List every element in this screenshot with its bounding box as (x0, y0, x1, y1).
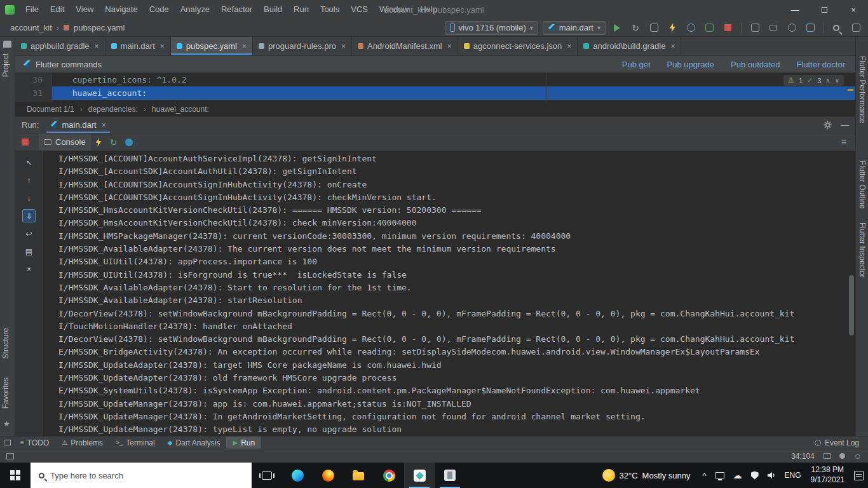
maximize-button[interactable] (810, 0, 839, 19)
search-everywhere-icon[interactable] (831, 21, 844, 35)
app-inspection-icon[interactable] (702, 21, 716, 35)
breadcrumb-item[interactable]: dependencies: (88, 105, 152, 114)
event-log-button[interactable]: Event Log (815, 438, 868, 447)
sidebar-item-flutter-inspector[interactable]: Flutter Inspector (858, 222, 867, 278)
sidebar-item-structure[interactable]: Structure (1, 328, 10, 359)
menu-item[interactable]: Edit (44, 0, 70, 19)
flutter-action-link[interactable]: Pub upgrade (667, 60, 714, 69)
toolwindow-toggle-icon[interactable] (6, 453, 14, 459)
tab-console[interactable]: Console (39, 133, 91, 151)
menu-item[interactable]: Analyze (175, 0, 215, 19)
console-gutter-icon[interactable]: ↑ (23, 174, 35, 186)
close-icon[interactable]: × (242, 42, 247, 51)
menu-item[interactable]: VCS (345, 0, 374, 19)
flutter-action-link[interactable]: Pub outdated (731, 60, 780, 69)
editor-tab[interactable]: main.dart × (105, 37, 171, 55)
breadcrumb-item[interactable]: Document 1/1 (27, 105, 88, 114)
favorites-star-icon[interactable]: ★ (3, 419, 10, 428)
hot-reload-icon[interactable] (91, 138, 106, 147)
security-shield-icon[interactable] (747, 463, 763, 488)
menu-item[interactable]: Tools (315, 0, 345, 19)
tool-window-button[interactable]: ≡ TODO (14, 437, 55, 449)
logcat-icon[interactable] (766, 21, 780, 35)
menu-item[interactable]: Build (258, 0, 288, 19)
start-button[interactable] (0, 463, 31, 488)
sidebar-item-project[interactable]: Project (1, 53, 10, 77)
project-tool-icon[interactable] (3, 41, 11, 48)
console-scrollbar[interactable] (849, 275, 854, 336)
stop-button[interactable] (721, 21, 735, 35)
feedback-smiley-icon[interactable]: ☺ (854, 452, 862, 461)
console-gutter-icon[interactable]: × (23, 263, 35, 275)
gear-icon[interactable] (824, 121, 832, 129)
console-gutter-icon[interactable]: ▤ (23, 245, 35, 257)
editor-tab[interactable]: pubspec.yaml × (171, 37, 253, 55)
menu-item[interactable]: Refactor (215, 0, 258, 19)
close-icon[interactable]: × (95, 42, 99, 51)
breadcrumb-file[interactable]: pubspec.yaml (74, 23, 125, 32)
console-options-icon[interactable]: ≡ (841, 137, 846, 147)
menu-item[interactable]: Code (144, 0, 175, 19)
search-input[interactable] (50, 471, 252, 480)
taskbar-app-chrome[interactable] (374, 463, 404, 488)
menu-item[interactable]: View (70, 0, 99, 19)
close-icon[interactable]: × (341, 42, 346, 51)
flutter-action-link[interactable]: Pub get (622, 60, 651, 69)
close-icon[interactable]: × (102, 121, 106, 130)
task-view-button[interactable] (252, 463, 282, 488)
volume-icon[interactable] (763, 463, 780, 488)
sidebar-item-flutter-outline[interactable]: Flutter Outline (858, 161, 867, 208)
close-button[interactable]: × (839, 0, 868, 19)
close-icon[interactable]: × (160, 42, 165, 51)
taskbar-app-android-studio[interactable] (404, 463, 435, 488)
memory-indicator-icon[interactable] (824, 453, 831, 459)
breadcrumb-item[interactable]: huawei_account: (152, 105, 209, 114)
console-gutter-icon[interactable]: ↓ (23, 192, 35, 204)
console-gutter-icon[interactable]: ↖ (23, 156, 35, 168)
menu-item[interactable]: Run (288, 0, 315, 19)
weather-widget[interactable]: 32°C Mostly sunny (595, 463, 698, 488)
menu-item[interactable]: File (20, 0, 44, 19)
prev-issue-chevron[interactable]: ∧ (825, 77, 830, 84)
console-gutter-icon[interactable]: ↩ (23, 227, 35, 240)
editor-tab[interactable]: app\build.gradle × (15, 37, 105, 55)
open-observatory-icon[interactable] (121, 139, 137, 146)
taskbar-app-edge[interactable] (282, 463, 313, 488)
editor-tab[interactable]: agconnect-services.json × (458, 37, 578, 55)
action-center-button[interactable] (850, 463, 868, 488)
run-config-selector[interactable]: main.dart ▾ (543, 21, 606, 35)
taskbar-app-emulator[interactable] (435, 463, 465, 488)
sidebar-item-flutter-performance[interactable]: Flutter Performance (858, 56, 867, 123)
run-button[interactable] (610, 21, 624, 35)
taskbar-app-file-explorer[interactable] (343, 463, 374, 488)
device-selector[interactable]: vivo 1716 (mobile) ▾ (445, 21, 538, 35)
hot-restart-icon[interactable]: ↻ (106, 137, 121, 147)
tool-window-button[interactable]: ▶ Run (226, 437, 261, 449)
hidden-icons-chevron[interactable]: ^ (698, 463, 710, 488)
console-output[interactable]: I/HMSSDK_[ACCOUNT]AccountAuthServiceImpl… (43, 151, 855, 436)
stop-button[interactable] (22, 139, 29, 146)
breadcrumb-project[interactable]: account_kit (10, 23, 52, 32)
tool-window-button[interactable]: >_ Terminal (109, 437, 161, 449)
sync-project-icon[interactable] (803, 21, 817, 35)
taskbar-search[interactable] (31, 463, 252, 488)
tool-window-button[interactable]: ⚠ Problems (55, 437, 109, 449)
sidebar-item-favorites[interactable]: Favorites (1, 377, 10, 409)
minimize-button[interactable]: — (780, 0, 810, 19)
device-manager-icon[interactable] (748, 21, 762, 35)
console-gutter-icon[interactable]: ⇓ (23, 210, 35, 222)
open-devtools-icon[interactable] (684, 21, 698, 35)
profiler-icon[interactable] (785, 21, 799, 35)
clock[interactable]: 12:38 PM 9/17/2021 (806, 465, 850, 485)
editor-tab[interactable]: android\build.gradle × (578, 37, 681, 55)
inspection-widget[interactable]: ⚠ 1 ✓ 3 ∧ ∨ (783, 75, 844, 86)
tool-window-switcher-icon[interactable] (0, 440, 14, 445)
layout-panels-icon[interactable] (849, 21, 863, 35)
close-icon[interactable]: × (567, 42, 571, 51)
close-icon[interactable]: × (670, 42, 675, 51)
run-tab-main-dart[interactable]: main.dart × (46, 117, 109, 133)
caret-position[interactable]: 34:104 (791, 452, 815, 461)
editor-tab[interactable]: AndroidManifest.xml × (352, 37, 458, 55)
apply-changes-icon[interactable]: ↻ (628, 21, 642, 35)
close-icon[interactable]: × (447, 42, 452, 51)
